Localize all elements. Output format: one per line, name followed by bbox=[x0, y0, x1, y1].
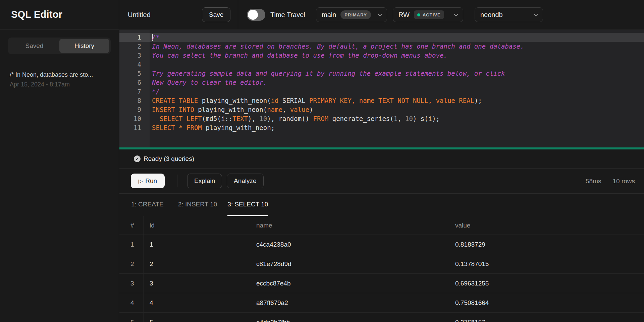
editor-line: 8CREATE TABLE playing_with_neon(id SERIA… bbox=[119, 96, 644, 105]
query-duration: 58ms bbox=[586, 178, 601, 185]
status-badge: ACTIVE bbox=[414, 10, 444, 19]
column-header-name: name bbox=[251, 222, 449, 229]
explain-button[interactable]: Explain bbox=[187, 174, 222, 188]
table-cell: 2 bbox=[144, 260, 251, 268]
line-number: 7 bbox=[119, 87, 150, 96]
line-code: CREATE TABLE playing_with_neon(id SERIAL… bbox=[150, 96, 482, 105]
analyze-button[interactable]: Analyze bbox=[227, 174, 264, 188]
line-code: Try generating sample data and querying … bbox=[150, 69, 505, 78]
query-title: Untitled bbox=[128, 7, 151, 22]
line-number: 9 bbox=[119, 105, 150, 114]
status-bar: ✓ Ready (3 queries) bbox=[119, 149, 644, 169]
table-cell: c4ca4238a0 bbox=[251, 241, 449, 248]
database-name: neondb bbox=[480, 11, 503, 19]
line-code: SELECT LEFT(md5(i::TEXT), 10), random() … bbox=[150, 114, 440, 123]
run-button-label: Run bbox=[145, 177, 157, 185]
tab-history[interactable]: History bbox=[59, 39, 109, 53]
result-tab-create[interactable]: 1: CREATE bbox=[131, 194, 164, 216]
topbar-divider bbox=[238, 0, 238, 29]
status-text: Ready (3 queries) bbox=[144, 155, 194, 163]
editor-line: 3You can select the branch and database … bbox=[119, 51, 644, 60]
sidebar: SQL Editor Saved History /* In Neon, dat… bbox=[0, 0, 119, 322]
endpoint-status: ACTIVE bbox=[423, 12, 441, 17]
table-row: 55e4da3b7fbb0.2768157 bbox=[119, 312, 644, 322]
check-circle-icon: ✓ bbox=[134, 155, 141, 162]
primary-badge: PRIMARY bbox=[340, 10, 371, 19]
table-body: 11c4ca4238a00.818372922c81e728d9d0.13787… bbox=[119, 235, 644, 322]
line-number: 5 bbox=[119, 69, 150, 78]
editor-line: 2In Neon, databases are stored on branch… bbox=[119, 42, 644, 51]
table-row: 11c4ca4238a00.8183729 bbox=[119, 235, 644, 254]
editor-line: 5Try generating sample data and querying… bbox=[119, 69, 644, 78]
line-number: 8 bbox=[119, 96, 150, 105]
chevron-down-icon bbox=[378, 12, 382, 16]
line-code: New Query to clear the editor. bbox=[150, 78, 267, 87]
editor-lines: 1/*2In Neon, databases are stored on bra… bbox=[119, 30, 644, 132]
result-tab-insert[interactable]: 2: INSERT 10 bbox=[178, 194, 217, 216]
query-row-count: 10 rows bbox=[612, 178, 635, 185]
editor-line: 10 SELECT LEFT(md5(i::TEXT), 10), random… bbox=[119, 114, 644, 123]
save-button[interactable]: Save bbox=[202, 7, 230, 22]
column-header-id: id bbox=[144, 222, 251, 229]
editor-line: 9INSERT INTO playing_with_neon(name, val… bbox=[119, 105, 644, 114]
table-cell: 4 bbox=[144, 299, 251, 307]
endpoint-selector[interactable]: RW ACTIVE bbox=[393, 7, 463, 22]
table-cell: 0.2768157 bbox=[449, 319, 644, 322]
line-code: SELECT * FROM playing_with_neon; bbox=[150, 123, 275, 132]
line-number: 11 bbox=[119, 123, 150, 132]
time-travel-label: Time Travel bbox=[270, 7, 305, 22]
history-list: /* In Neon, databases are sto... Apr 15,… bbox=[0, 63, 119, 96]
branch-selector[interactable]: main PRIMARY bbox=[316, 7, 387, 22]
table-cell: a87ff679a2 bbox=[251, 299, 449, 307]
chevron-down-icon bbox=[454, 12, 458, 16]
column-header-index: # bbox=[119, 216, 144, 235]
table-cell: 0.13787015 bbox=[449, 260, 644, 268]
table-cell: eccbc87e4b bbox=[251, 280, 449, 287]
line-code: /* bbox=[150, 33, 160, 42]
line-number: 6 bbox=[119, 78, 150, 87]
table-cell: c81e728d9d bbox=[251, 260, 449, 268]
query-metrics: 58ms 10 rows bbox=[586, 169, 635, 194]
result-tab-select[interactable]: 3: SELECT 10 bbox=[227, 194, 268, 216]
editor-line: 4 bbox=[119, 60, 644, 69]
history-list-item[interactable]: /* In Neon, databases are sto... Apr 15,… bbox=[10, 71, 109, 88]
database-selector[interactable]: neondb bbox=[475, 7, 543, 22]
run-button[interactable]: ▷ Run bbox=[131, 174, 165, 188]
topbar: Untitled Save Time Travel main PRIMARY R… bbox=[119, 0, 644, 29]
line-number: 3 bbox=[119, 51, 150, 60]
editor-line: 1/* bbox=[119, 33, 644, 42]
endpoint-name: RW bbox=[398, 11, 410, 19]
line-code bbox=[150, 60, 152, 69]
row-index-cell: 1 bbox=[119, 235, 144, 254]
chevron-down-icon bbox=[534, 12, 538, 16]
row-index-cell: 4 bbox=[119, 293, 144, 312]
sidebar-header: SQL Editor bbox=[0, 0, 119, 29]
editor-line: 6New Query to clear the editor. bbox=[119, 78, 644, 87]
line-number: 4 bbox=[119, 60, 150, 69]
result-tabs: 1: CREATE 2: INSERT 10 3: SELECT 10 bbox=[119, 194, 644, 216]
editor-line: 7*/ bbox=[119, 87, 644, 96]
table-row: 22c81e728d9d0.13787015 bbox=[119, 254, 644, 273]
line-number: 1 bbox=[119, 33, 150, 42]
page-title: SQL Editor bbox=[11, 9, 62, 20]
results-table: # id name value 11c4ca4238a00.818372922c… bbox=[119, 216, 644, 322]
row-index-cell: 3 bbox=[119, 274, 144, 293]
toggle-knob bbox=[248, 10, 258, 20]
table-cell: 0.8183729 bbox=[449, 241, 644, 248]
table-row: 44a87ff679a20.75081664 bbox=[119, 293, 644, 312]
time-travel-toggle[interactable] bbox=[247, 9, 265, 21]
line-number: 2 bbox=[119, 42, 150, 51]
table-cell: 1 bbox=[144, 241, 251, 248]
table-cell: e4da3b7fbb bbox=[251, 319, 449, 322]
tab-saved[interactable]: Saved bbox=[9, 39, 59, 53]
line-code: */ bbox=[150, 87, 160, 96]
history-item-snippet: /* In Neon, databases are sto... bbox=[10, 71, 109, 78]
table-row: 33eccbc87e4b0.69631255 bbox=[119, 273, 644, 293]
line-code: You can select the branch and database t… bbox=[150, 51, 447, 60]
line-code: INSERT INTO playing_with_neon(name, valu… bbox=[150, 105, 313, 114]
table-cell: 0.69631255 bbox=[449, 280, 644, 287]
code-editor[interactable]: 1/*2In Neon, databases are stored on bra… bbox=[119, 30, 644, 147]
actions-bar: ▷ Run Explain Analyze 58ms 10 rows bbox=[119, 169, 644, 194]
row-index-cell: 2 bbox=[119, 254, 144, 273]
main-panel: Untitled Save Time Travel main PRIMARY R… bbox=[119, 0, 644, 322]
